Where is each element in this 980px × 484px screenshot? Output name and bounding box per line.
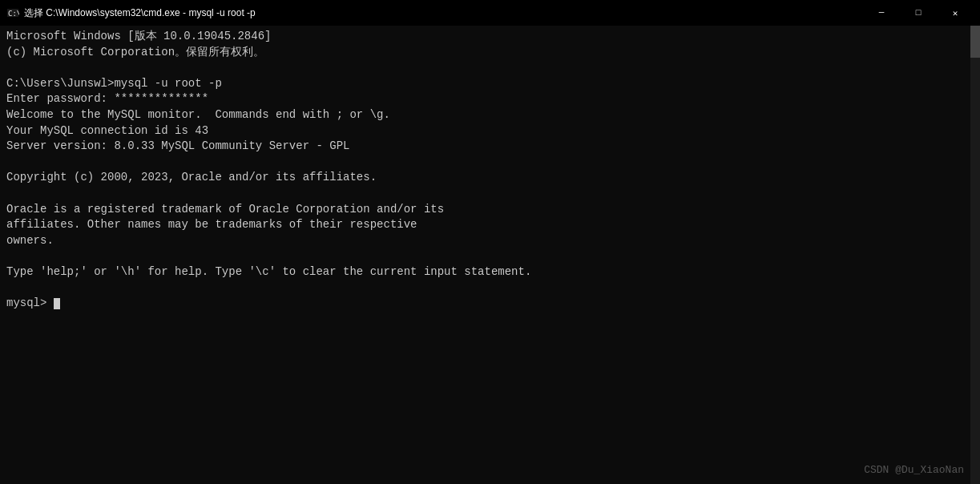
cmd-icon: C:\ (6, 6, 19, 19)
titlebar: C:\ 选择 C:\Windows\system32\cmd.exe - mys… (0, 0, 980, 26)
titlebar-left: C:\ 选择 C:\Windows\system32\cmd.exe - mys… (6, 6, 256, 20)
svg-text:C:\: C:\ (8, 10, 19, 18)
close-button[interactable]: ✕ (937, 0, 974, 26)
titlebar-controls: ─ □ ✕ (863, 0, 974, 26)
cmd-window: C:\ 选择 C:\Windows\system32\cmd.exe - mys… (0, 0, 980, 484)
terminal-output: Microsoft Windows [版本 10.0.19045.2846] (… (6, 29, 974, 312)
terminal-body[interactable]: Microsoft Windows [版本 10.0.19045.2846] (… (0, 26, 980, 484)
scrollbar-thumb[interactable] (970, 26, 980, 58)
titlebar-title: 选择 C:\Windows\system32\cmd.exe - mysql -… (24, 6, 256, 20)
maximize-button[interactable]: □ (900, 0, 937, 26)
watermark: CSDN @Du_XiaoNan (864, 463, 964, 478)
minimize-button[interactable]: ─ (863, 0, 900, 26)
scrollbar[interactable] (970, 26, 980, 484)
terminal-cursor (54, 298, 60, 309)
